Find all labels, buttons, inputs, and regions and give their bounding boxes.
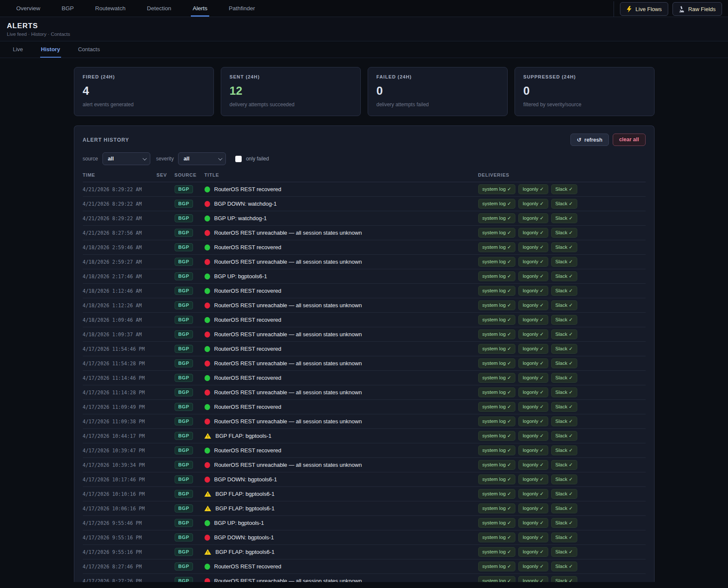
source-select[interactable]: all xyxy=(102,152,150,165)
delivery-pill: logonly ✓ xyxy=(518,445,548,455)
row-title: BGP DOWN: bgptools6-1 xyxy=(205,476,478,483)
table-row[interactable]: 4/17/2026 8:27:26 PM BGP RouterOS REST u… xyxy=(83,574,646,582)
source-badge: BGP xyxy=(175,388,193,396)
row-title: RouterOS REST unreachable — all session … xyxy=(205,230,478,236)
table-row[interactable]: 4/18/2026 1:09:46 AM BGP RouterOS REST r… xyxy=(83,313,646,327)
page-subtitle: Live feed · History · Contacts xyxy=(7,32,721,37)
table-row[interactable]: 4/17/2026 10:39:34 PM BGP RouterOS REST … xyxy=(83,458,646,472)
row-sev xyxy=(157,273,175,279)
source-filter-label: source xyxy=(83,156,98,162)
stat-card-sent: SENT (24H) 12 delivery attempts succeede… xyxy=(221,67,361,116)
raw-fields-button[interactable]: Raw Fields xyxy=(672,2,722,16)
delivery-pill: Slack ✓ xyxy=(551,489,577,499)
delivery-pill: Slack ✓ xyxy=(551,315,577,325)
delivery-pill: Slack ✓ xyxy=(551,533,577,542)
alert-title: RouterOS REST unreachable — all session … xyxy=(214,302,362,309)
refresh-button[interactable]: ↺ refresh xyxy=(570,134,609,146)
stat-value: 12 xyxy=(230,84,352,98)
source-badge: BGP xyxy=(175,519,193,527)
delivery-pill: system log ✓ xyxy=(478,576,516,582)
row-source: BGP xyxy=(175,519,205,527)
status-icon xyxy=(205,520,210,526)
row-source: BGP xyxy=(175,461,205,469)
row-title: RouterOS REST unreachable — all session … xyxy=(205,389,478,396)
table-row[interactable]: 4/17/2026 11:14:46 PM BGP RouterOS REST … xyxy=(83,371,646,385)
table-row[interactable]: 4/21/2026 8:29:22 AM BGP RouterOS REST r… xyxy=(83,182,646,197)
nav-item-bgp[interactable]: BGP xyxy=(60,0,76,17)
tab-contacts[interactable]: Contacts xyxy=(77,41,101,58)
table-row[interactable]: 4/17/2026 11:09:49 PM BGP RouterOS REST … xyxy=(83,400,646,414)
row-sev xyxy=(157,331,175,338)
status-icon: ! xyxy=(205,433,211,439)
table-row[interactable]: 4/17/2026 10:44:17 PM BGP ! BGP FLAP: bg… xyxy=(83,429,646,443)
row-time: 4/17/2026 8:27:26 PM xyxy=(83,578,157,582)
row-sev xyxy=(157,418,175,425)
row-time: 4/17/2026 11:14:46 PM xyxy=(83,375,157,381)
delivery-pill: Slack ✓ xyxy=(551,387,577,397)
table-row[interactable]: 4/17/2026 9:55:46 PM BGP BGP UP: bgptool… xyxy=(83,516,646,530)
table-row[interactable]: 4/18/2026 2:59:46 AM BGP RouterOS REST r… xyxy=(83,240,646,255)
table-row[interactable]: 4/17/2026 8:27:46 PM BGP RouterOS REST r… xyxy=(83,559,646,574)
table-row[interactable]: 4/17/2026 10:06:16 PM BGP ! BGP FLAP: bg… xyxy=(83,501,646,516)
tab-live[interactable]: Live xyxy=(12,41,24,58)
source-badge: BGP xyxy=(175,461,193,469)
table-row[interactable]: 4/18/2026 2:17:46 AM BGP BGP UP: bgptool… xyxy=(83,269,646,284)
table-row[interactable]: 4/17/2026 9:55:16 PM BGP ! BGP FLAP: bgp… xyxy=(83,545,646,559)
table-row[interactable]: 4/17/2026 10:17:46 PM BGP BGP DOWN: bgpt… xyxy=(83,472,646,487)
delivery-pill: logonly ✓ xyxy=(518,286,548,296)
status-icon xyxy=(205,274,210,279)
row-time: 4/17/2026 11:09:49 PM xyxy=(83,404,157,410)
row-sev xyxy=(157,360,175,367)
status-icon: ! xyxy=(205,549,211,555)
table-row[interactable]: 4/21/2026 8:29:22 AM BGP BGP DOWN: watch… xyxy=(83,197,646,211)
table-row[interactable]: 4/21/2026 8:27:56 AM BGP RouterOS REST u… xyxy=(83,226,646,240)
delivery-pill: system log ✓ xyxy=(478,344,516,354)
table-row[interactable]: 4/18/2026 1:12:26 AM BGP RouterOS REST u… xyxy=(83,298,646,313)
table-row[interactable]: 4/18/2026 2:59:27 AM BGP RouterOS REST u… xyxy=(83,255,646,269)
status-icon xyxy=(205,317,210,323)
nav-actions: Live Flows Raw Fields xyxy=(614,1,722,17)
source-badge: BGP xyxy=(175,562,193,571)
row-sev xyxy=(157,317,175,323)
tab-history[interactable]: History xyxy=(40,41,61,58)
source-badge: BGP xyxy=(175,417,193,425)
nav-item-routewatch[interactable]: Routewatch xyxy=(94,0,127,17)
row-title: BGP UP: watchdog-1 xyxy=(205,215,478,221)
nav-item-pathfinder[interactable]: Pathfinder xyxy=(227,0,257,17)
delivery-pill: system log ✓ xyxy=(478,547,516,557)
delivery-pill: logonly ✓ xyxy=(518,271,548,281)
chevron-down-icon xyxy=(142,156,146,160)
table-row[interactable]: 4/18/2026 1:12:46 AM BGP RouterOS REST r… xyxy=(83,284,646,298)
nav-item-overview[interactable]: Overview xyxy=(15,0,42,17)
page-header: ALERTS Live feed · History · Contacts xyxy=(0,17,728,41)
table-row[interactable]: 4/17/2026 11:09:38 PM BGP RouterOS REST … xyxy=(83,414,646,429)
row-source: BGP xyxy=(175,345,205,353)
only-failed-checkbox[interactable] xyxy=(235,156,242,162)
row-source: BGP xyxy=(175,490,205,498)
stat-value: 4 xyxy=(83,84,205,98)
table-row[interactable]: 4/17/2026 9:55:16 PM BGP BGP DOWN: bgpto… xyxy=(83,530,646,545)
alert-title: BGP FLAP: bgptools6-1 xyxy=(216,549,275,555)
alert-title: RouterOS REST unreachable — all session … xyxy=(214,360,362,367)
row-source: BGP xyxy=(175,475,205,483)
table-row[interactable]: 4/17/2026 10:10:16 PM BGP ! BGP FLAP: bg… xyxy=(83,487,646,501)
row-source: BGP xyxy=(175,185,205,193)
table-row[interactable]: 4/21/2026 8:29:22 AM BGP BGP UP: watchdo… xyxy=(83,211,646,226)
live-flows-button[interactable]: Live Flows xyxy=(620,2,668,16)
alert-title: BGP UP: bgptools6-1 xyxy=(214,273,267,279)
table-row[interactable]: 4/17/2026 11:14:28 PM BGP RouterOS REST … xyxy=(83,385,646,400)
source-badge: BGP xyxy=(175,475,193,483)
status-icon xyxy=(205,186,210,192)
row-deliveries: system log ✓logonly ✓Slack ✓ xyxy=(478,518,646,528)
table-row[interactable]: 4/17/2026 11:54:28 PM BGP RouterOS REST … xyxy=(83,356,646,371)
table-row[interactable]: 4/17/2026 10:39:47 PM BGP RouterOS REST … xyxy=(83,443,646,458)
clear-all-button[interactable]: clear all xyxy=(613,134,646,146)
table-row[interactable]: 4/17/2026 11:54:46 PM BGP RouterOS REST … xyxy=(83,342,646,356)
nav-item-alerts[interactable]: Alerts xyxy=(191,0,209,17)
status-icon xyxy=(205,259,210,265)
severity-select[interactable]: all xyxy=(178,152,226,165)
table-row[interactable]: 4/18/2026 1:09:37 AM BGP RouterOS REST u… xyxy=(83,327,646,342)
row-title: ! BGP FLAP: bgptools6-1 xyxy=(205,549,478,555)
delivery-pill: logonly ✓ xyxy=(518,358,548,368)
nav-item-detection[interactable]: Detection xyxy=(145,0,173,17)
